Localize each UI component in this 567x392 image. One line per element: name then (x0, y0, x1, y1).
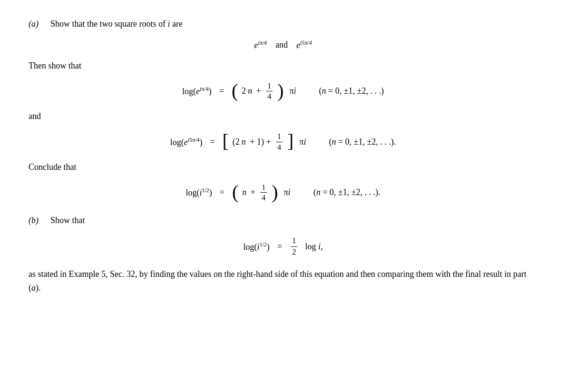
eq2-condition: (n = 0, ±1, ±2, . . .). (329, 137, 396, 147)
eq1-lhs: log(eiπ/4) (182, 86, 212, 97)
eq1-inner: 2n + 1 4 (242, 81, 274, 101)
eq1-right-paren: ) (277, 84, 284, 99)
eq2-lhs: log(ei5π/4) (170, 137, 203, 147)
eq2-equals: = (210, 137, 215, 147)
eq2-pi-i: πi (299, 137, 306, 147)
eq1-pi-i: πi (289, 86, 296, 96)
eq4-equals: = (277, 242, 282, 252)
part-a-label: (a) (29, 19, 46, 29)
and-connector: and (275, 40, 288, 50)
eq4-rhs: log i, (305, 242, 323, 252)
part-b-label: (b) (29, 216, 46, 225)
eq4-lhs: log(i1/2) (243, 241, 269, 252)
part-a-intro: Show that the two square roots of i are (50, 19, 183, 29)
eq3-right-paren: ) (272, 185, 278, 200)
and-text: and (29, 111, 538, 121)
eq4-frac: 1 2 (291, 236, 298, 257)
footer-text: as stated in Example 5, Sec. 32, by find… (29, 267, 538, 295)
then-show-text: Then show that (29, 61, 538, 71)
eq1-equals: = (219, 86, 224, 96)
roots-display: eiπ/4 and ei5π/4 (29, 39, 538, 50)
part-b-intro: Show that (50, 216, 85, 225)
part-a-section: (a) Show that the two square roots of i … (29, 19, 538, 202)
page-content: (a) Show that the two square roots of i … (29, 19, 538, 295)
eq3-condition: (n = 0, ±1, ±2, . . .). (313, 187, 381, 197)
eq3-lhs: log(i1/2) (186, 187, 212, 198)
eq3-display: log(i1/2) = ( n + 1 4 ) πi (n = 0, ±1, ±… (29, 183, 538, 202)
eq2-right-bracket: ] (287, 134, 293, 150)
eq1-display: log(eiπ/4) = ( 2n + 1 4 ) πi (n = 0, ±1,… (29, 81, 538, 101)
eq2-inner: (2n + 1) + 1 4 (233, 132, 284, 151)
eq3-inner: n + 1 4 (242, 183, 268, 202)
conclude-text: Conclude that (29, 162, 538, 172)
eq1-condition: (n = 0, ±1, ±2, . . .) (319, 86, 384, 96)
eq2-left-bracket: [ (223, 134, 229, 150)
eq3-pi-i: πi (284, 187, 291, 197)
eq2-display: log(ei5π/4) = [ (2n + 1) + 1 4 ] πi (n =… (29, 132, 538, 151)
eq3-left-paren: ( (232, 185, 238, 200)
eq4-display: log(i1/2) = 1 2 log i, (29, 236, 538, 257)
root2-expr: ei5π/4 (296, 39, 312, 50)
eq1-left-paren: ( (232, 84, 238, 99)
root1-expr: eiπ/4 (254, 39, 267, 50)
part-b-section: (b) Show that log(i1/2) = 1 2 log i, as … (29, 216, 538, 294)
eq3-equals: = (220, 187, 225, 197)
